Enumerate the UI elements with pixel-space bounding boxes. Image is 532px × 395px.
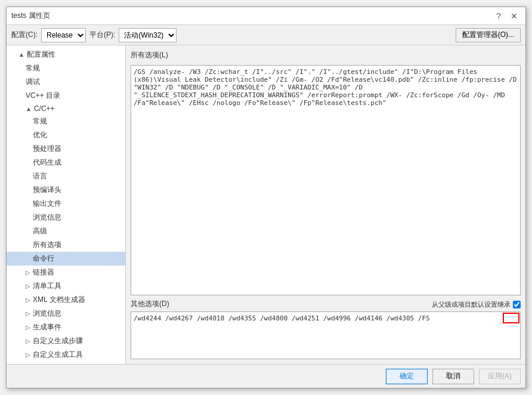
- tree-item-build-label: 生成事件: [33, 322, 61, 332]
- title-bar-right: ? ✕: [492, 10, 521, 23]
- tree-item-custom-build[interactable]: ▷ 自定义生成步骤: [7, 334, 125, 348]
- help-button[interactable]: ?: [492, 10, 505, 23]
- expand-icon-linker: ▷: [26, 269, 30, 276]
- main-content: ▲ 配置属性 常规 调试 VC++ 目录 ▲ C/C++ 常规 优化 预处理器 …: [7, 45, 525, 364]
- tree-item-cpp-general[interactable]: 常规: [7, 115, 125, 128]
- collapse-icon-cpp: ▲: [26, 106, 32, 112]
- tree-item-precompiled[interactable]: 预编译头: [7, 183, 125, 197]
- platform-select[interactable]: 活动(Win32): [119, 28, 177, 42]
- tree-item-cpp-label: C/C++: [34, 104, 55, 113]
- tree-item-xml-gen[interactable]: ▷ XML 文档生成器: [7, 293, 125, 307]
- tree-item-preprocessor[interactable]: 预处理器: [7, 142, 125, 156]
- expand-icon-build: ▷: [26, 324, 30, 331]
- tree-item-browse-info2[interactable]: ▷ 浏览信息: [7, 307, 125, 320]
- tree-item-all-options[interactable]: 所有选项: [7, 238, 125, 252]
- config-select[interactable]: Release: [41, 28, 86, 42]
- other-section: 其他选项(D) 从父级或项目默认设置继承: [131, 299, 521, 359]
- other-options-textarea[interactable]: [131, 311, 521, 359]
- tree-item-codegen[interactable]: 代码生成: [7, 156, 125, 169]
- platform-label: 平台(P):: [89, 30, 115, 40]
- tree-item-custbuild-label: 自定义生成步骤: [33, 336, 83, 346]
- tree-item-optimization[interactable]: 优化: [7, 128, 125, 142]
- inherit-label: 从父级或项目默认设置继承: [432, 300, 521, 309]
- apply-button[interactable]: 应用(A): [479, 369, 521, 384]
- config-bar: 配置(C): Release 平台(P): 活动(Win32) 配置管理器(O)…: [7, 25, 525, 45]
- tree-item-label: 配置属性: [27, 50, 55, 60]
- tree-item-debug[interactable]: 调试: [7, 75, 125, 89]
- tree-item-config-props[interactable]: ▲ 配置属性: [7, 48, 125, 61]
- tree-item-clean-tools[interactable]: ▷ 清单工具: [7, 279, 125, 293]
- tree-item-output-files[interactable]: 输出文件: [7, 197, 125, 211]
- expand-icon-clean: ▷: [26, 283, 30, 289]
- tree-item-browse-info[interactable]: 浏览信息: [7, 211, 125, 224]
- title-bar: tests 属性页 ? ✕: [7, 7, 525, 25]
- tree-item-browse-label: 浏览信息: [33, 308, 61, 319]
- bottom-buttons: 确定 取消 应用(A): [7, 364, 525, 388]
- all-options-textarea[interactable]: [131, 65, 521, 295]
- right-panel: 所有选项(L) 其他选项(D) 从父级或项目默认设置继承: [126, 45, 525, 364]
- tree-panel: ▲ 配置属性 常规 调试 VC++ 目录 ▲ C/C++ 常规 优化 预处理器 …: [7, 45, 126, 364]
- dialog-title: tests 属性页: [11, 11, 50, 21]
- expand-icon-custtools: ▷: [26, 351, 30, 358]
- config-label: 配置(C):: [11, 30, 38, 40]
- tree-item-linker[interactable]: ▷ 链接器: [7, 266, 125, 279]
- ok-button[interactable]: 确定: [386, 369, 428, 384]
- tree-item-command-line[interactable]: 命令行: [7, 252, 125, 266]
- tree-item-vcpp-dirs[interactable]: VC++ 目录: [7, 89, 125, 103]
- other-header: 其他选项(D) 从父级或项目默认设置继承: [131, 299, 521, 310]
- tree-item-clean-label: 清单工具: [33, 281, 61, 291]
- expand-icon-xml: ▷: [26, 297, 30, 303]
- expand-icon-custbuild: ▷: [26, 338, 30, 344]
- tree-item-build-events[interactable]: ▷ 生成事件: [7, 320, 125, 334]
- inherit-checkbox[interactable]: [513, 301, 521, 308]
- tree-item-xml-label: XML 文档生成器: [33, 295, 85, 305]
- tree-item-custom-tools[interactable]: ▷ 自定义生成工具: [7, 348, 125, 362]
- all-options-label: 所有选项(L): [131, 50, 521, 60]
- tree-item-custtools-label: 自定义生成工具: [33, 350, 83, 360]
- dialog: tests 属性页 ? ✕ 配置(C): Release 平台(P): 活动(W…: [6, 7, 526, 388]
- manage-config-button[interactable]: 配置管理器(O)...: [456, 28, 521, 42]
- cancel-button[interactable]: 取消: [432, 369, 474, 384]
- tree-item-linker-label: 链接器: [33, 267, 54, 277]
- tree-item-advanced[interactable]: 高级: [7, 224, 125, 238]
- collapse-icon: ▲: [18, 51, 24, 58]
- title-bar-left: tests 属性页: [11, 11, 50, 21]
- close-button[interactable]: ✕: [508, 10, 521, 23]
- other-textarea-wrapper: [131, 311, 521, 359]
- tree-item-general[interactable]: 常规: [7, 61, 125, 75]
- tree-item-cpp[interactable]: ▲ C/C++: [7, 103, 125, 115]
- tree-item-language[interactable]: 语言: [7, 169, 125, 183]
- expand-icon-browse: ▷: [26, 310, 30, 317]
- other-options-label: 其他选项(D): [131, 299, 169, 309]
